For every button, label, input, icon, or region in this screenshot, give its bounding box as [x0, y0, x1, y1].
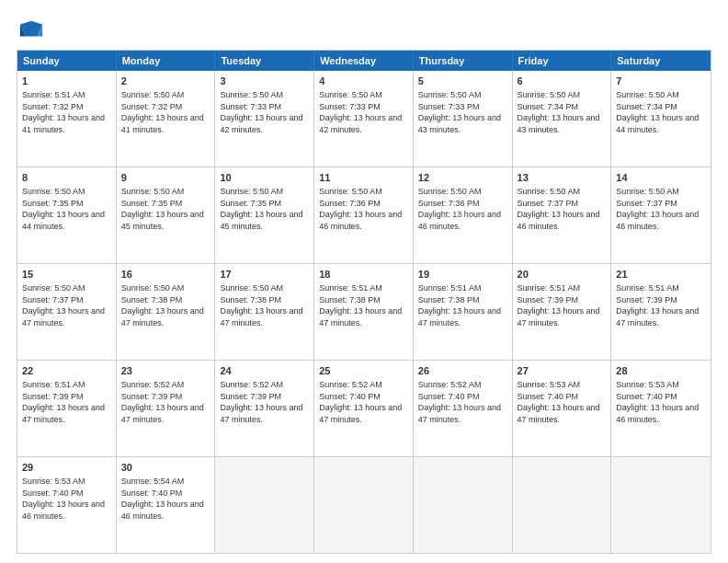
- calendar-cell: 14Sunrise: 5:50 AMSunset: 7:37 PMDayligh…: [611, 167, 711, 263]
- top-section: [17, 17, 711, 42]
- day-number: 9: [121, 171, 210, 185]
- calendar-row: 22Sunrise: 5:51 AMSunset: 7:39 PMDayligh…: [17, 360, 711, 456]
- cell-info: Sunrise: 5:50 AMSunset: 7:35 PMDaylight:…: [121, 187, 204, 231]
- day-number: 15: [22, 268, 111, 282]
- day-number: 16: [121, 268, 210, 282]
- calendar-cell: 17Sunrise: 5:50 AMSunset: 7:38 PMDayligh…: [215, 264, 314, 360]
- day-number: 2: [121, 75, 210, 88]
- day-number: 27: [518, 364, 607, 378]
- cell-info: Sunrise: 5:50 AMSunset: 7:35 PMDaylight:…: [220, 187, 302, 231]
- calendar-cell: 5Sunrise: 5:50 AMSunset: 7:33 PMDaylight…: [414, 71, 513, 167]
- calendar-cell: 12Sunrise: 5:50 AMSunset: 7:36 PMDayligh…: [414, 167, 513, 263]
- calendar-cell: 10Sunrise: 5:50 AMSunset: 7:35 PMDayligh…: [215, 167, 314, 263]
- day-number: 18: [319, 268, 408, 282]
- calendar-cell: 1Sunrise: 5:51 AMSunset: 7:32 PMDaylight…: [17, 71, 117, 167]
- cell-info: Sunrise: 5:50 AMSunset: 7:37 PMDaylight:…: [518, 187, 600, 231]
- calendar-cell: 9Sunrise: 5:50 AMSunset: 7:35 PMDaylight…: [117, 167, 216, 263]
- header-cell-friday: Friday: [513, 51, 612, 71]
- cell-info: Sunrise: 5:52 AMSunset: 7:39 PMDaylight:…: [220, 380, 302, 424]
- cell-info: Sunrise: 5:50 AMSunset: 7:33 PMDaylight:…: [418, 90, 501, 134]
- calendar-cell: [414, 457, 513, 553]
- calendar-cell: 25Sunrise: 5:52 AMSunset: 7:40 PMDayligh…: [314, 361, 414, 456]
- logo-icon: [18, 17, 44, 42]
- day-number: 3: [220, 75, 309, 88]
- calendar-row: 29Sunrise: 5:53 AMSunset: 7:40 PMDayligh…: [17, 456, 711, 553]
- calendar-cell: 27Sunrise: 5:53 AMSunset: 7:40 PMDayligh…: [513, 361, 612, 456]
- calendar-body: 1Sunrise: 5:51 AMSunset: 7:32 PMDaylight…: [17, 71, 711, 553]
- calendar-cell: [215, 457, 314, 553]
- day-number: 10: [220, 171, 309, 185]
- cell-info: Sunrise: 5:52 AMSunset: 7:40 PMDaylight:…: [319, 380, 402, 424]
- calendar-cell: 30Sunrise: 5:54 AMSunset: 7:40 PMDayligh…: [117, 457, 216, 553]
- cell-info: Sunrise: 5:52 AMSunset: 7:39 PMDaylight:…: [121, 380, 204, 424]
- calendar-cell: 11Sunrise: 5:50 AMSunset: 7:36 PMDayligh…: [314, 167, 414, 263]
- cell-info: Sunrise: 5:54 AMSunset: 7:40 PMDaylight:…: [121, 477, 204, 521]
- day-number: 14: [616, 171, 706, 185]
- day-number: 1: [22, 75, 111, 88]
- day-number: 5: [418, 75, 507, 88]
- calendar-cell: 26Sunrise: 5:52 AMSunset: 7:40 PMDayligh…: [414, 361, 513, 456]
- cell-info: Sunrise: 5:51 AMSunset: 7:39 PMDaylight:…: [22, 380, 105, 424]
- day-number: 28: [616, 364, 706, 378]
- cell-info: Sunrise: 5:52 AMSunset: 7:40 PMDaylight:…: [418, 380, 501, 424]
- cell-info: Sunrise: 5:50 AMSunset: 7:32 PMDaylight:…: [121, 90, 204, 134]
- day-number: 12: [418, 171, 507, 185]
- day-number: 21: [616, 268, 706, 282]
- calendar-cell: 24Sunrise: 5:52 AMSunset: 7:39 PMDayligh…: [215, 361, 314, 456]
- cell-info: Sunrise: 5:53 AMSunset: 7:40 PMDaylight:…: [22, 477, 105, 521]
- calendar-cell: 28Sunrise: 5:53 AMSunset: 7:40 PMDayligh…: [611, 361, 711, 456]
- day-number: 30: [121, 461, 210, 475]
- calendar-cell: 23Sunrise: 5:52 AMSunset: 7:39 PMDayligh…: [117, 361, 216, 456]
- calendar-cell: 6Sunrise: 5:50 AMSunset: 7:34 PMDaylight…: [513, 71, 612, 167]
- header-cell-sunday: Sunday: [17, 51, 117, 71]
- cell-info: Sunrise: 5:51 AMSunset: 7:32 PMDaylight:…: [22, 90, 105, 134]
- cell-info: Sunrise: 5:53 AMSunset: 7:40 PMDaylight:…: [616, 380, 699, 424]
- calendar-cell: 7Sunrise: 5:50 AMSunset: 7:34 PMDaylight…: [611, 71, 711, 167]
- cell-info: Sunrise: 5:51 AMSunset: 7:38 PMDaylight:…: [319, 283, 402, 327]
- day-number: 26: [418, 364, 507, 378]
- calendar-row: 8Sunrise: 5:50 AMSunset: 7:35 PMDaylight…: [17, 167, 711, 263]
- day-number: 22: [22, 364, 111, 378]
- cell-info: Sunrise: 5:50 AMSunset: 7:38 PMDaylight:…: [121, 283, 204, 327]
- calendar-cell: 21Sunrise: 5:51 AMSunset: 7:39 PMDayligh…: [611, 264, 711, 360]
- calendar-cell: 18Sunrise: 5:51 AMSunset: 7:38 PMDayligh…: [314, 264, 414, 360]
- cell-info: Sunrise: 5:50 AMSunset: 7:37 PMDaylight:…: [22, 283, 105, 327]
- calendar-cell: 16Sunrise: 5:50 AMSunset: 7:38 PMDayligh…: [117, 264, 216, 360]
- calendar-cell: 19Sunrise: 5:51 AMSunset: 7:38 PMDayligh…: [414, 264, 513, 360]
- cell-info: Sunrise: 5:50 AMSunset: 7:37 PMDaylight:…: [616, 187, 699, 231]
- cell-info: Sunrise: 5:50 AMSunset: 7:33 PMDaylight:…: [319, 90, 402, 134]
- page: SundayMondayTuesdayWednesdayThursdayFrid…: [0, 0, 728, 563]
- day-number: 23: [121, 364, 210, 378]
- header-cell-saturday: Saturday: [611, 51, 711, 71]
- day-number: 19: [418, 268, 507, 282]
- calendar-cell: 29Sunrise: 5:53 AMSunset: 7:40 PMDayligh…: [17, 457, 117, 553]
- day-number: 8: [22, 171, 111, 185]
- calendar-cell: [513, 457, 612, 553]
- day-number: 25: [319, 364, 408, 378]
- calendar-cell: 3Sunrise: 5:50 AMSunset: 7:33 PMDaylight…: [215, 71, 314, 167]
- day-number: 17: [220, 268, 309, 282]
- calendar-cell: 15Sunrise: 5:50 AMSunset: 7:37 PMDayligh…: [17, 264, 117, 360]
- day-number: 11: [319, 171, 408, 185]
- calendar-header: SundayMondayTuesdayWednesdayThursdayFrid…: [17, 51, 711, 71]
- logo: [17, 17, 44, 42]
- cell-info: Sunrise: 5:50 AMSunset: 7:34 PMDaylight:…: [518, 90, 600, 134]
- calendar-cell: 8Sunrise: 5:50 AMSunset: 7:35 PMDaylight…: [17, 167, 117, 263]
- header-cell-wednesday: Wednesday: [314, 51, 414, 71]
- header-cell-monday: Monday: [117, 51, 216, 71]
- cell-info: Sunrise: 5:53 AMSunset: 7:40 PMDaylight:…: [518, 380, 600, 424]
- cell-info: Sunrise: 5:50 AMSunset: 7:38 PMDaylight:…: [220, 283, 302, 327]
- calendar-cell: [314, 457, 414, 553]
- cell-info: Sunrise: 5:51 AMSunset: 7:39 PMDaylight:…: [518, 283, 600, 327]
- header-cell-tuesday: Tuesday: [215, 51, 314, 71]
- calendar-cell: 2Sunrise: 5:50 AMSunset: 7:32 PMDaylight…: [117, 71, 216, 167]
- day-number: 4: [319, 75, 408, 88]
- cell-info: Sunrise: 5:51 AMSunset: 7:38 PMDaylight:…: [418, 283, 501, 327]
- calendar-cell: 4Sunrise: 5:50 AMSunset: 7:33 PMDaylight…: [314, 71, 414, 167]
- day-number: 20: [518, 268, 607, 282]
- cell-info: Sunrise: 5:50 AMSunset: 7:34 PMDaylight:…: [616, 90, 699, 134]
- day-number: 7: [616, 75, 706, 88]
- day-number: 29: [22, 461, 111, 475]
- header-cell-thursday: Thursday: [414, 51, 513, 71]
- cell-info: Sunrise: 5:50 AMSunset: 7:36 PMDaylight:…: [418, 187, 501, 231]
